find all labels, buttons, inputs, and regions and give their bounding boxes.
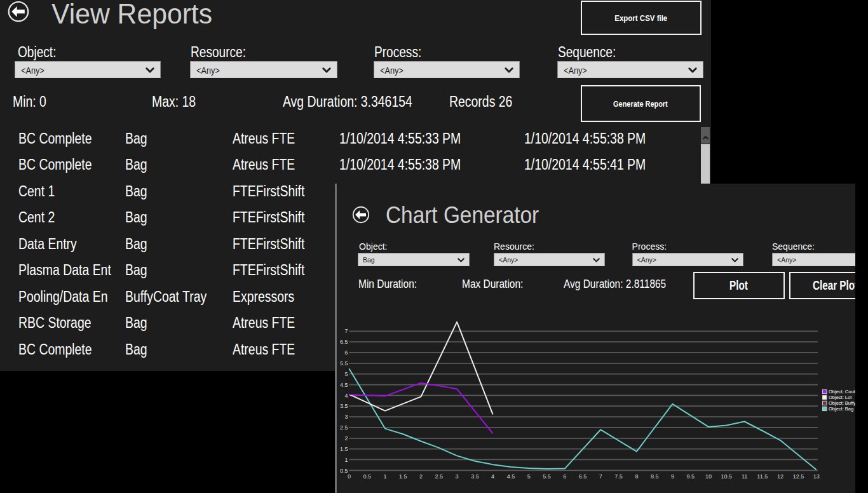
svg-text:2: 2 [344,435,348,442]
svg-text:13: 13 [813,473,820,480]
svg-text:8.5: 8.5 [651,473,659,480]
svg-text:4: 4 [344,393,348,399]
svg-text:0: 0 [348,473,351,480]
svg-text:7.5: 7.5 [614,473,623,480]
svg-text:0.5: 0.5 [340,468,348,474]
svg-text:7: 7 [344,328,348,334]
svg-text:Object: Lot: Object: Lot [829,395,852,400]
svg-text:12: 12 [777,473,783,480]
svg-text:Object: Cooler: Object: Cooler [829,389,855,395]
svg-text:4.5: 4.5 [507,473,515,480]
svg-text:1.5: 1.5 [340,446,348,452]
svg-text:0.5: 0.5 [363,473,371,480]
svg-text:6: 6 [344,349,348,356]
svg-text:5: 5 [527,473,531,480]
svg-text:10: 10 [705,473,712,480]
svg-text:4.5: 4.5 [340,382,348,388]
svg-text:6.5: 6.5 [340,339,348,345]
svg-text:Object: Bag: Object: Bag [829,406,853,412]
svg-text:2.5: 2.5 [340,424,348,431]
svg-text:11: 11 [742,473,747,480]
svg-text:7: 7 [599,473,602,480]
svg-text:5.5: 5.5 [340,360,348,367]
svg-text:Object: BuffyCoat: Object: BuffyCoat [829,400,855,406]
svg-text:9.5: 9.5 [686,473,695,480]
svg-text:3: 3 [456,473,459,480]
svg-text:2: 2 [419,473,423,480]
svg-text:3: 3 [344,414,348,420]
svg-text:6: 6 [563,473,566,480]
svg-text:9: 9 [671,473,674,480]
svg-text:10.5: 10.5 [721,473,733,480]
svg-text:1: 1 [383,473,386,480]
svg-text:5: 5 [344,371,348,377]
svg-text:3.5: 3.5 [471,473,479,480]
svg-text:1.5: 1.5 [399,473,407,480]
svg-text:3.5: 3.5 [340,403,348,409]
svg-text:8: 8 [635,473,638,480]
svg-text:12.5: 12.5 [793,473,804,480]
svg-text:5.5: 5.5 [543,473,551,480]
svg-text:2.5: 2.5 [435,473,444,480]
svg-text:11.5: 11.5 [757,473,768,480]
svg-text:6.5: 6.5 [579,473,587,480]
svg-text:1: 1 [344,457,348,463]
svg-text:4: 4 [491,473,494,480]
